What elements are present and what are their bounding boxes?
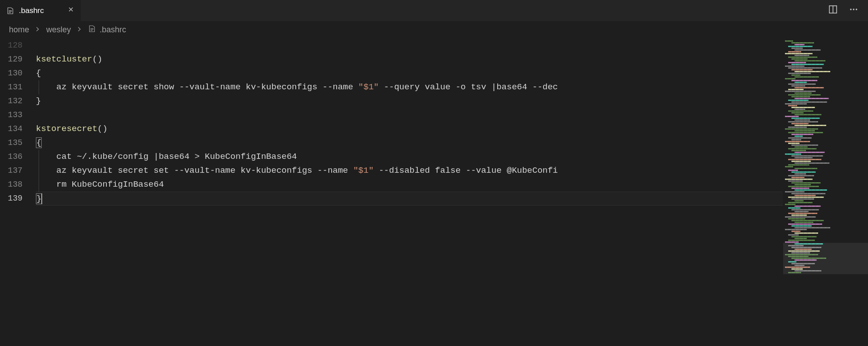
code-line[interactable]: {	[36, 66, 783, 80]
line-number: 135	[0, 136, 36, 150]
line-number: 129	[0, 53, 36, 66]
split-editor-icon[interactable]	[829, 5, 837, 16]
close-icon[interactable]	[67, 6, 75, 15]
code-line[interactable]: cat ~/.kube/config |base64 > KubeConfigI…	[36, 150, 783, 164]
chevron-right-icon	[35, 25, 41, 35]
minimap[interactable]: ██████████ ████████████████████████████ …	[783, 38, 868, 346]
breadcrumbs[interactable]: home wesley .bashrc	[0, 22, 868, 38]
editor-actions	[829, 0, 868, 21]
tabs-bar: .bashrc	[0, 0, 868, 22]
code-line[interactable]: kstoresecret()	[36, 122, 783, 136]
code-editor[interactable]: ksetcluster(){ az keyvault secret show -…	[36, 38, 783, 346]
line-number: 137	[0, 164, 36, 178]
code-line[interactable]: }	[36, 94, 783, 108]
line-number: 133	[0, 108, 36, 122]
code-line[interactable]	[36, 108, 783, 122]
line-number: 131	[0, 80, 36, 94]
line-number: 134	[0, 122, 36, 136]
text-cursor	[41, 193, 42, 204]
code-line[interactable]: az keyvault secret show --vault-name kv-…	[36, 80, 783, 94]
tab-filename: .bashrc	[19, 6, 44, 15]
file-icon	[88, 25, 96, 35]
code-line[interactable]: rm KubeConfigInBase64	[36, 178, 783, 192]
breadcrumb-segment[interactable]: .bashrc	[88, 25, 126, 35]
chevron-right-icon	[76, 25, 83, 35]
line-number: 139	[0, 192, 36, 206]
code-line[interactable]: ksetcluster()	[36, 53, 783, 66]
svg-point-2	[850, 9, 852, 10]
line-number: 132	[0, 94, 36, 108]
more-actions-icon[interactable]	[849, 5, 858, 16]
code-line[interactable]: az keyvault secret set --vault-name kv-k…	[36, 164, 783, 178]
line-number: 138	[0, 178, 36, 192]
breadcrumb-segment[interactable]: wesley	[46, 25, 71, 35]
code-line[interactable]: }	[36, 192, 783, 206]
editor-area: 128129130131132133134135136137138139 kse…	[0, 38, 868, 346]
svg-point-3	[853, 9, 855, 10]
code-line[interactable]	[36, 39, 783, 53]
minimap-viewport[interactable]	[783, 243, 868, 274]
line-number: 128	[0, 39, 36, 53]
breadcrumb-segment[interactable]: home	[9, 25, 29, 35]
code-line[interactable]: {	[36, 136, 783, 150]
line-number: 136	[0, 150, 36, 164]
svg-point-4	[856, 9, 858, 10]
tab-bashrc[interactable]: .bashrc	[0, 0, 81, 21]
file-icon	[6, 7, 14, 15]
minimap-content: ██████████ ████████████████████████████ …	[783, 38, 868, 276]
line-number-gutter[interactable]: 128129130131132133134135136137138139	[0, 38, 36, 346]
line-number: 130	[0, 66, 36, 80]
